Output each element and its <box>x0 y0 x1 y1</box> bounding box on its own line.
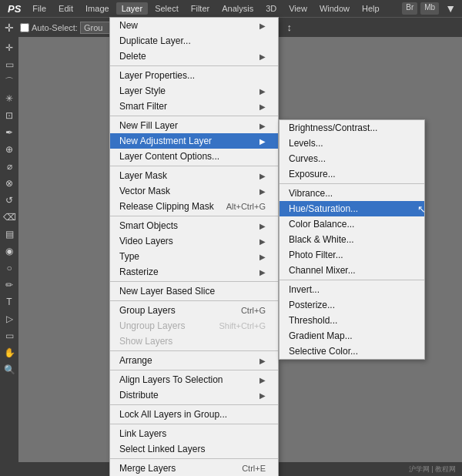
menu-item-layer-content-options[interactable]: Layer Content Options... <box>110 149 278 164</box>
submenu-gradient-map[interactable]: Gradient Map... <box>280 328 424 344</box>
select-tool[interactable]: ▭ <box>2 57 17 72</box>
shape-tool[interactable]: ▭ <box>2 328 17 344</box>
menu-window[interactable]: Window <box>314 2 355 15</box>
submenu-selective-color[interactable]: Selective Color... <box>280 344 424 359</box>
submenu-arrow-smart-objects: ▶ <box>259 222 266 230</box>
eraser-tool[interactable]: ⌫ <box>2 210 17 225</box>
adjustment-submenu: Brightness/Contrast... Levels... Curves.… <box>279 119 425 360</box>
sep-3 <box>110 166 278 166</box>
menu-item-smart-filter[interactable]: Smart Filter ▶ <box>110 99 278 114</box>
menu-image[interactable]: Image <box>80 2 115 15</box>
menu-item-ungroup-layers[interactable]: Ungroup Layers Shift+Ctrl+G <box>110 318 278 334</box>
cursor-icon: ↖ <box>417 203 426 215</box>
menu-item-video-layers[interactable]: Video Layers ▶ <box>110 233 278 249</box>
menu-3d[interactable]: 3D <box>260 2 282 15</box>
app-bar: PS File Edit Image Layer Select Filter A… <box>0 0 462 17</box>
submenu-arrow-align: ▶ <box>259 376 266 384</box>
submenu-exposure[interactable]: Exposure... <box>280 166 424 182</box>
menu-item-merge-layers[interactable]: Merge Layers Ctrl+E <box>110 461 278 476</box>
shortcut-ungroup-layers: Shift+Ctrl+G <box>219 321 266 330</box>
lasso-tool[interactable]: ⌒ <box>2 74 17 89</box>
menu-item-link-layers[interactable]: Link Layers <box>110 426 278 441</box>
submenu-hue-saturation[interactable]: Hue/Saturation... ↖ <box>280 201 424 216</box>
dodge-tool[interactable]: ○ <box>2 260 17 276</box>
menu-item-group-layers[interactable]: Group Layers Ctrl+G <box>110 303 278 318</box>
menu-item-rasterize[interactable]: Rasterize ▶ <box>110 264 278 280</box>
gradient-tool[interactable]: ▤ <box>2 226 17 242</box>
menu-item-arrange[interactable]: Arrange ▶ <box>110 353 278 368</box>
submenu-invert[interactable]: Invert... <box>280 282 424 297</box>
hand-tool[interactable]: ✋ <box>2 345 17 360</box>
menu-mini-bridge[interactable]: Mb <box>420 2 439 15</box>
submenu-arrow-smart-filter: ▶ <box>259 102 266 111</box>
menu-analysis[interactable]: Analysis <box>216 2 259 15</box>
menu-select[interactable]: Select <box>149 2 184 15</box>
menu-item-type[interactable]: Type ▶ <box>110 249 278 264</box>
submenu-photo-filter[interactable]: Photo Filter... <box>280 247 424 263</box>
menu-item-show-layers[interactable]: Show Layers <box>110 334 278 349</box>
menu-item-new-fill-layer[interactable]: New Fill Layer ▶ <box>110 118 278 133</box>
menu-bridge[interactable]: Br <box>402 2 417 15</box>
shortcut-group-layers: Ctrl+G <box>241 306 266 315</box>
menu-item-new-adjustment-layer[interactable]: New Adjustment Layer ▶ <box>110 133 278 149</box>
submenu-black-white[interactable]: Black & White... <box>280 232 424 247</box>
menu-item-select-linked-layers[interactable]: Select Linked Layers <box>110 441 278 457</box>
history-tool[interactable]: ↺ <box>2 193 17 208</box>
clone-tool[interactable]: ⊗ <box>2 176 17 191</box>
submenu-brightness-contrast[interactable]: Brightness/Contrast... <box>280 120 424 136</box>
submenu-levels[interactable]: Levels... <box>280 136 424 151</box>
move-tool[interactable]: ✛ <box>2 40 17 55</box>
crop-tool[interactable]: ⊡ <box>2 108 17 123</box>
menu-item-new[interactable]: New ▶ <box>110 18 278 33</box>
menu-item-delete[interactable]: Delete ▶ <box>110 49 278 64</box>
menu-item-layer-mask[interactable]: Layer Mask ▶ <box>110 168 278 183</box>
menu-filter[interactable]: Filter <box>186 2 215 15</box>
blur-tool[interactable]: ◉ <box>2 243 17 259</box>
pen-tool[interactable]: ✏ <box>2 277 17 293</box>
menu-item-duplicate-layer[interactable]: Duplicate Layer... <box>110 33 278 49</box>
submenu-arrow-video-layers: ▶ <box>259 237 266 246</box>
menu-help[interactable]: Help <box>357 2 385 15</box>
eyedropper-tool[interactable]: ✒ <box>2 125 17 140</box>
menu-item-new-layer-based-slice[interactable]: New Layer Based Slice <box>110 283 278 299</box>
move-tool-icon: ✛ <box>5 22 14 34</box>
sep-8 <box>110 370 278 370</box>
submenu-arrow-delete: ▶ <box>259 52 266 61</box>
submenu-channel-mixer[interactable]: Channel Mixer... <box>280 263 424 278</box>
submenu-curves[interactable]: Curves... <box>280 151 424 166</box>
menu-file[interactable]: File <box>27 2 52 15</box>
brush-tool[interactable]: ⌀ <box>2 159 17 174</box>
healing-tool[interactable]: ⊕ <box>2 142 17 157</box>
submenu-threshold[interactable]: Threshold... <box>280 313 424 328</box>
menu-item-smart-objects[interactable]: Smart Objects ▶ <box>110 218 278 233</box>
menu-edit[interactable]: Edit <box>53 2 79 15</box>
submenu-arrow-arrange: ▶ <box>259 357 266 365</box>
sep-2 <box>110 116 278 116</box>
watermark: 沪学网 | 教程网 <box>409 464 456 474</box>
menu-item-align-layers[interactable]: Align Layers To Selection ▶ <box>110 372 278 387</box>
menu-layer[interactable]: Layer <box>116 2 149 15</box>
layer-menu: New ▶ Duplicate Layer... Delete ▶ Layer … <box>109 17 279 476</box>
menu-item-lock-all-layers[interactable]: Lock All Layers in Group... <box>110 407 278 422</box>
menu-view[interactable]: View <box>283 2 313 15</box>
sep-1 <box>110 65 278 66</box>
menu-item-layer-properties[interactable]: Layer Properties... <box>110 68 278 83</box>
submenu-vibrance[interactable]: Vibrance... <box>280 186 424 201</box>
zoom-tool[interactable]: 🔍 <box>2 362 17 377</box>
menu-workspace[interactable]: ▼ <box>442 2 459 15</box>
text-tool[interactable]: T <box>2 294 17 310</box>
menu-item-layer-style[interactable]: Layer Style ▶ <box>110 83 278 99</box>
submenu-arrow-new-fill: ▶ <box>259 122 266 130</box>
distribute-right-icon[interactable]: ↕ <box>285 21 295 34</box>
menu-item-vector-mask[interactable]: Vector Mask ▶ <box>110 183 278 199</box>
magic-wand-tool[interactable]: ✳ <box>2 91 17 106</box>
auto-select-checkbox[interactable] <box>20 23 29 32</box>
menu-item-distribute[interactable]: Distribute ▶ <box>110 387 278 403</box>
submenu-posterize[interactable]: Posterize... <box>280 297 424 313</box>
path-tool[interactable]: ▷ <box>2 311 17 327</box>
menu-item-release-clipping-mask[interactable]: Release Clipping Mask Alt+Ctrl+G <box>110 199 278 214</box>
sep-6 <box>110 300 278 301</box>
submenu-arrow-rasterize: ▶ <box>259 268 266 277</box>
submenu-color-balance[interactable]: Color Balance... <box>280 216 424 232</box>
sep-9 <box>110 404 278 405</box>
